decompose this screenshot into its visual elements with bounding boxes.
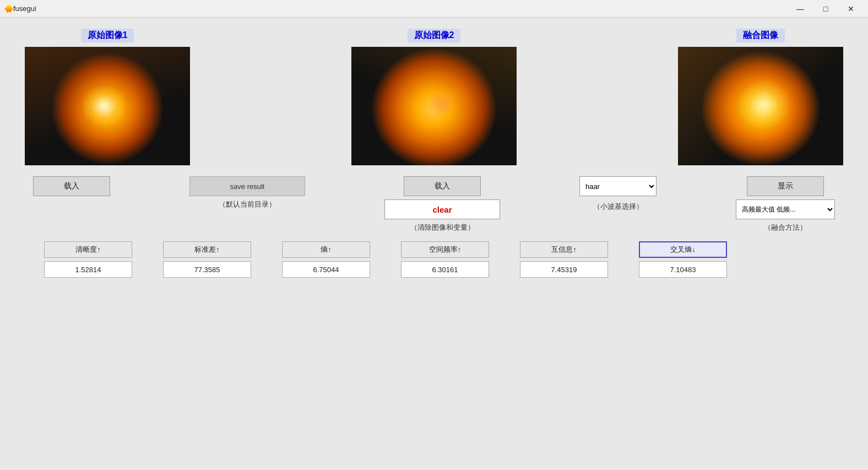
image2-frame: [351, 47, 517, 165]
metric-value-4: 7.45319: [520, 261, 608, 278]
clear-button[interactable]: clear: [384, 199, 500, 219]
image1-frame: [25, 47, 190, 165]
load1-button[interactable]: 载入: [33, 176, 110, 196]
fusion-show-group: 显示 高频最大值 低频... 高频最大值 低频均值 高频绝对值最大 （融合方法）: [736, 176, 835, 233]
metric-label-2: 熵↑: [282, 241, 370, 258]
metrics-row: 清晰度↑1.52814标准差↑77.3585熵↑6.75044空间频率↑6.30…: [22, 241, 846, 278]
metric-value-1: 77.3585: [163, 261, 251, 278]
metric-group-3: 空间频率↑6.30161: [390, 241, 500, 278]
image2-col: 原始图像2: [349, 29, 519, 165]
wavelet-select[interactable]: haar db2 sym2: [579, 176, 657, 196]
metric-value-0: 1.52814: [44, 261, 132, 278]
app-title: fusegui: [13, 4, 788, 13]
metric-label-3: 空间频率↑: [401, 241, 489, 258]
metric-group-5: 交叉熵↓7.10483: [628, 241, 738, 278]
load1-group: 载入: [33, 176, 110, 196]
load2-button[interactable]: 载入: [404, 176, 481, 196]
fused-col: 融合图像: [675, 29, 846, 165]
app-icon: [4, 4, 13, 13]
fused-display: [678, 47, 843, 165]
save-clear-group: save result （默认当前目录）: [189, 176, 305, 209]
metric-group-4: 互信息↑7.45319: [509, 241, 619, 278]
image1-label: 原始图像1: [81, 29, 134, 42]
save-sublabel: （默认当前目录）: [219, 199, 276, 209]
image2-display: [351, 47, 517, 165]
image1-display: [25, 47, 190, 165]
wavelet-group: haar db2 sym2 （小波基选择）: [579, 176, 657, 212]
images-row: 原始图像1 原始图像2 融合图像: [22, 29, 846, 165]
metric-value-3: 6.30161: [401, 261, 489, 278]
close-button[interactable]: ✕: [838, 0, 864, 18]
metric-value-2: 6.75044: [282, 261, 370, 278]
metric-group-2: 熵↑6.75044: [271, 241, 381, 278]
image2-label: 原始图像2: [408, 29, 461, 42]
fusion-sublabel: （融合方法）: [764, 223, 807, 233]
save-button[interactable]: save result: [189, 176, 305, 196]
maximize-button[interactable]: □: [813, 0, 838, 18]
fusion-select[interactable]: 高频最大值 低频... 高频最大值 低频均值 高频绝对值最大: [736, 199, 835, 219]
main-content: 原始图像1 原始图像2 融合图像 载入 save result: [0, 18, 868, 289]
metric-label-0: 清晰度↑: [44, 241, 132, 258]
wavelet-sublabel: （小波基选择）: [593, 202, 643, 212]
load2-clear-group: 载入 clear （清除图像和变量）: [384, 176, 500, 233]
metric-label-4: 互信息↑: [520, 241, 608, 258]
clear-sublabel: （清除图像和变量）: [410, 223, 475, 233]
metric-group-1: 标准差↑77.3585: [152, 241, 262, 278]
minimize-button[interactable]: —: [788, 0, 813, 18]
image1-col: 原始图像1: [22, 29, 193, 165]
metric-group-0: 清晰度↑1.52814: [33, 241, 143, 278]
show-button[interactable]: 显示: [747, 176, 824, 196]
fused-label: 融合图像: [736, 29, 785, 42]
metric-label-5: 交叉熵↓: [639, 241, 727, 258]
titlebar: fusegui — □ ✕: [0, 0, 868, 18]
fused-frame: [678, 47, 843, 165]
window-controls: — □ ✕: [788, 0, 864, 18]
metric-label-1: 标准差↑: [163, 241, 251, 258]
metric-value-5: 7.10483: [639, 261, 727, 278]
